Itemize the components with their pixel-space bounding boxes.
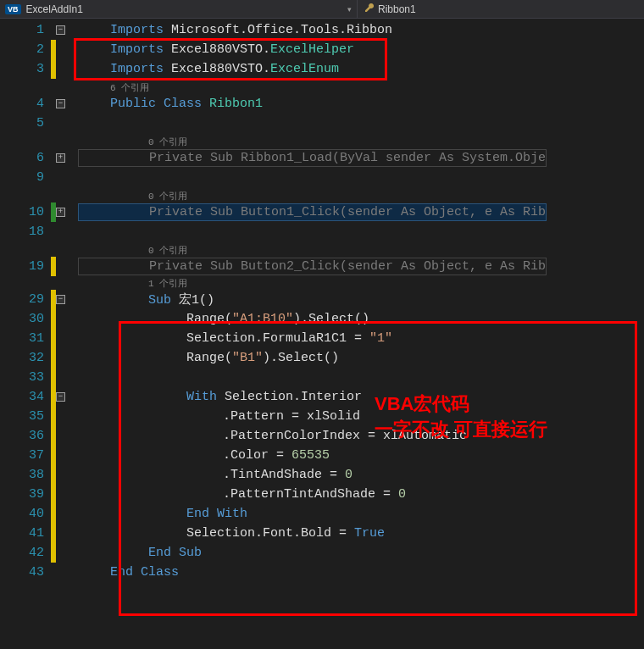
code-line[interactable]: 42End Sub [0,543,644,563]
code-line[interactable]: 40End With [0,504,644,524]
code-text: End Class [78,565,179,580]
type-dropdown[interactable]: VB ExcelAddIn1 ▾ [0,0,358,18]
code-text: .PatternTintAndShade = 0 [78,487,406,502]
wrench-icon [363,2,375,16]
code-line[interactable]: 33 [0,368,644,387]
line-number: 18 [0,225,51,239]
code-text: Private Sub Ribbon1_Load(ByVal sender As… [78,149,547,167]
code-line[interactable]: 5 [0,114,644,133]
code-text: .TintAndShade = 0 [78,468,353,482]
fold-expand-icon[interactable]: + [56,208,65,217]
code-line[interactable]: 2Imports Excel880VSTO.ExcelHelper [0,40,644,59]
vb-language-badge: VB [5,4,21,14]
code-line[interactable]: 39.PatternTintAndShade = 0 [0,485,644,504]
code-line[interactable]: 19Private Sub Button2_Click(sender As Ob… [0,257,644,276]
member-name: Ribbon1 [378,3,416,15]
code-lens-references[interactable]: 0 个引用 [0,133,644,148]
code-line[interactable]: 31Selection.FormulaR1C1 = "1" [0,329,644,348]
line-number: 2 [0,42,51,57]
type-name: ExcelAddIn1 [26,3,83,15]
code-text: Sub 宏1() [78,291,214,308]
line-number: 38 [0,468,51,482]
line-number: 6 [0,151,51,165]
line-number: 31 [0,331,51,346]
fold-gutter [56,40,78,59]
fold-gutter: − [56,94,78,114]
fold-gutter [56,329,78,348]
code-line[interactable]: 1−Imports Microsoft.Office.Tools.Ribbon [0,20,644,40]
fold-gutter: + [56,148,78,168]
code-lens-references[interactable]: 6 个引用 [0,79,644,94]
code-line[interactable]: 37.Color = 65535 [0,446,644,465]
code-text: Range("B1").Select() [78,351,339,365]
fold-gutter [56,222,78,241]
code-line[interactable]: 32Range("B1").Select() [0,348,644,368]
fold-collapse-icon[interactable]: − [56,25,65,35]
line-number: 5 [0,116,51,130]
fold-gutter [56,168,78,187]
fold-gutter [56,543,78,563]
code-text: End With [78,507,247,521]
code-text: Private Sub Button2_Click(sender As Obje… [78,258,547,275]
line-number: 41 [0,526,51,541]
code-line[interactable]: 6+Private Sub Ribbon1_Load(ByVal sender … [0,148,644,168]
code-text: Public Class Ribbon1 [78,97,263,111]
fold-gutter [56,407,78,426]
fold-gutter: − [56,290,78,309]
fold-collapse-icon[interactable]: − [56,295,65,304]
code-line[interactable]: 9 [0,168,644,187]
fold-collapse-icon[interactable]: − [56,392,65,402]
code-lens-references[interactable]: 1 个引用 [0,276,644,290]
line-number: 33 [0,370,51,385]
fold-gutter [56,426,78,446]
code-line[interactable]: 36.PatternColorIndex = xlAutomatic [0,426,644,446]
line-number: 39 [0,487,51,502]
code-text: Imports Microsoft.Office.Tools.Ribbon [78,23,392,37]
code-text: End Sub [78,546,202,560]
fold-expand-icon[interactable]: + [56,153,65,163]
fold-collapse-icon[interactable]: − [56,99,65,108]
chevron-down-icon: ▾ [347,5,352,14]
code-line[interactable]: 10+Private Sub Button1_Click(sender As O… [0,202,644,222]
fold-gutter [56,257,78,276]
code-line[interactable]: 29−Sub 宏1() [0,290,644,309]
code-text: Range("A1:B10").Select() [78,312,369,326]
code-lens-references[interactable]: 0 个引用 [0,241,644,257]
fold-gutter: − [56,20,78,40]
code-line[interactable]: 3Imports Excel880VSTO.ExcelEnum [0,59,644,79]
line-number: 1 [0,23,51,37]
code-text: Private Sub Button1_Click(sender As Obje… [78,203,547,221]
code-line[interactable]: 18 [0,222,644,241]
code-line[interactable]: 4−Public Class Ribbon1 [0,94,644,114]
fold-gutter [56,368,78,387]
code-line[interactable]: 41Selection.Font.Bold = True [0,524,644,543]
fold-gutter [56,446,78,465]
code-line[interactable]: 43End Class [0,563,644,582]
code-lens-references[interactable]: 0 个引用 [0,187,644,202]
code-line[interactable]: 35.Pattern = xlSolid [0,407,644,426]
code-text: Imports Excel880VSTO.ExcelHelper [78,42,354,57]
code-text: With Selection.Interior [78,390,362,404]
line-number: 35 [0,409,51,424]
code-editor[interactable]: 1−Imports Microsoft.Office.Tools.Ribbon2… [0,19,644,649]
code-line[interactable]: 30Range("A1:B10").Select() [0,309,644,329]
line-number: 10 [0,205,51,219]
line-number: 34 [0,390,51,404]
code-text: Selection.FormulaR1C1 = "1" [78,331,392,346]
code-line[interactable]: 34−With Selection.Interior [0,387,644,407]
code-line[interactable]: 38.TintAndShade = 0 [0,465,644,485]
fold-gutter [56,59,78,79]
member-dropdown[interactable]: Ribbon1 [358,0,421,18]
code-content[interactable]: 1−Imports Microsoft.Office.Tools.Ribbon2… [0,19,644,649]
line-number: 40 [0,507,51,521]
line-number: 4 [0,97,51,111]
code-text: Imports Excel880VSTO.ExcelEnum [78,62,339,76]
code-text: Selection.Font.Bold = True [78,526,385,541]
line-number: 32 [0,351,51,365]
navigation-bar: VB ExcelAddIn1 ▾ Ribbon1 [0,0,644,19]
code-text: .Pattern = xlSolid [78,409,360,424]
code-text: .Color = 65535 [78,448,330,463]
line-number: 19 [0,259,51,274]
line-number: 37 [0,448,51,463]
line-number: 3 [0,62,51,76]
